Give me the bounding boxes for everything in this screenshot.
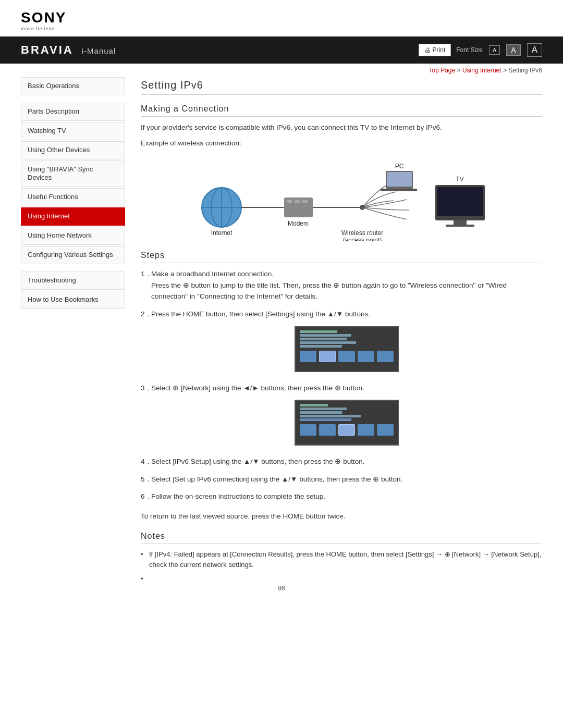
page-footer: 96 (0, 574, 563, 602)
svg-rect-17 (437, 187, 483, 216)
sidebar-item-parts-description[interactable]: Parts Description (21, 103, 125, 121)
page-number: 96 (278, 584, 285, 592)
sidebar-item-watching-tv[interactable]: Watching TV (21, 122, 125, 140)
svg-rect-8 (295, 200, 300, 203)
sony-brand: SONY (21, 9, 66, 26)
header: SONY make.believe (0, 0, 563, 36)
top-bar: BRAVIA i-Manual 🖨 Print Font Size A A A (0, 36, 563, 64)
font-size-medium-button[interactable]: A (506, 44, 520, 56)
imanual-label: i-Manual (82, 46, 116, 55)
step-1-num: 1． (141, 268, 152, 280)
svg-text:TV: TV (456, 176, 463, 183)
sony-logo: SONY make.believe (21, 9, 66, 31)
svg-rect-19 (446, 225, 474, 227)
sidebar-item-using-bravia-sync[interactable]: Using "BRAVIA" Sync Devices (21, 161, 125, 188)
svg-text:Wireless router: Wireless router (341, 229, 384, 237)
screen-mockup-1 (295, 326, 399, 372)
step-4-text: Select [IPv6 Setup] using the ▲/▼ button… (151, 458, 364, 465)
step-5-num: 5． (141, 474, 152, 485)
sidebar-item-basic-operations[interactable]: Basic Operations (21, 77, 125, 95)
return-text: To return to the last viewed source, pre… (141, 511, 542, 522)
section-making-connection: Making a Connection (141, 104, 542, 117)
breadcrumb-sep1: > (457, 67, 462, 74)
breadcrumb-top-page[interactable]: Top Page (429, 67, 455, 74)
svg-rect-18 (454, 220, 467, 225)
step-1: 1． Make a broadband Internet connection.… (141, 268, 542, 302)
step-6-text: Follow the on-screen instructions to com… (151, 492, 325, 500)
svg-rect-7 (287, 200, 292, 203)
intro-text-2: Example of wireless connection: (141, 138, 542, 149)
print-label: Print (433, 46, 446, 54)
step-1-text: Make a broadband Internet connection. Pr… (151, 270, 507, 300)
svg-text:Modem: Modem (288, 220, 309, 227)
note-1-text: If [IPv4: Failed] appears at [Connection… (149, 550, 541, 569)
section-steps: Steps (141, 251, 542, 263)
svg-rect-13 (387, 172, 412, 187)
breadcrumb-using-internet[interactable]: Using Internet (462, 67, 501, 74)
breadcrumb-sep2: > (503, 67, 508, 74)
toolbar-right: 🖨 Print Font Size A A A (419, 43, 542, 57)
svg-point-23 (360, 205, 365, 210)
sidebar: Basic Operations Parts Description Watch… (21, 77, 125, 574)
sidebar-item-troubleshooting[interactable]: Troubleshooting (21, 272, 125, 290)
breadcrumb-current: Setting IPv6 (508, 67, 542, 74)
bravia-title: BRAVIA i-Manual (21, 43, 116, 57)
note-1: If [IPv4: Failed] appears at [Connection… (141, 549, 542, 571)
sidebar-item-using-internet[interactable]: Using Internet (21, 207, 125, 226)
font-size-label: Font Size (456, 46, 483, 54)
page-title: Setting IPv6 (141, 79, 542, 95)
screen-mockup-2 (295, 400, 399, 446)
sidebar-item-configuring-various-settings[interactable]: Configuring Various Settings (21, 246, 125, 264)
svg-text:PC: PC (395, 163, 404, 170)
steps-list: 1． Make a broadband Internet connection.… (141, 268, 542, 502)
step-6-num: 6． (141, 491, 152, 502)
sidebar-item-useful-functions[interactable]: Useful Functions (21, 188, 125, 206)
sony-tagline: make.believe (21, 26, 55, 31)
font-size-large-button[interactable]: A (527, 43, 542, 57)
sidebar-item-how-to-use-bookmarks[interactable]: How to Use Bookmarks (21, 291, 125, 309)
intro-text-1: If your provider's service is compatible… (141, 122, 542, 133)
breadcrumb: Top Page > Using Internet > Setting IPv6 (0, 64, 563, 77)
step-4: 4． Select [IPv6 Setup] using the ▲/▼ but… (141, 456, 542, 467)
step-6: 6． Follow the on-screen instructions to … (141, 491, 542, 502)
print-icon: 🖨 (424, 46, 431, 54)
step-5-text: Select [Set up IPv6 connection] using th… (151, 475, 402, 483)
print-button[interactable]: 🖨 Print (419, 44, 451, 56)
step-2: 2． Press the HOME button, then select [S… (141, 309, 542, 372)
step-3-text: Select ⊕ [Network] using the ◄/► buttons… (151, 384, 364, 392)
section-notes: Notes (141, 532, 542, 544)
step-3-num: 3． (141, 382, 152, 394)
svg-rect-9 (302, 200, 308, 203)
step-4-num: 4． (141, 456, 152, 467)
bravia-brand: BRAVIA (21, 43, 74, 57)
font-size-small-button[interactable]: A (489, 45, 500, 55)
step-2-text: Press the HOME button, then select [Sett… (151, 310, 370, 318)
sidebar-item-using-other-devices[interactable]: Using Other Devices (21, 141, 125, 159)
sidebar-item-using-home-network[interactable]: Using Home Network (21, 227, 125, 245)
svg-text:(access point): (access point) (343, 237, 382, 241)
step-3: 3． Select ⊕ [Network] using the ◄/► butt… (141, 382, 542, 446)
step-2-num: 2． (141, 309, 152, 320)
connection-diagram: Internet Modem PC (190, 158, 493, 241)
svg-text:Internet: Internet (211, 229, 232, 237)
content-area: Setting IPv6 Making a Connection If your… (141, 77, 542, 574)
step-5: 5． Select [Set up IPv6 connection] using… (141, 474, 542, 485)
notes-list: If [IPv4: Failed] appears at [Connection… (141, 549, 542, 571)
svg-rect-14 (381, 189, 417, 191)
main-layout: Basic Operations Parts Description Watch… (0, 77, 563, 574)
